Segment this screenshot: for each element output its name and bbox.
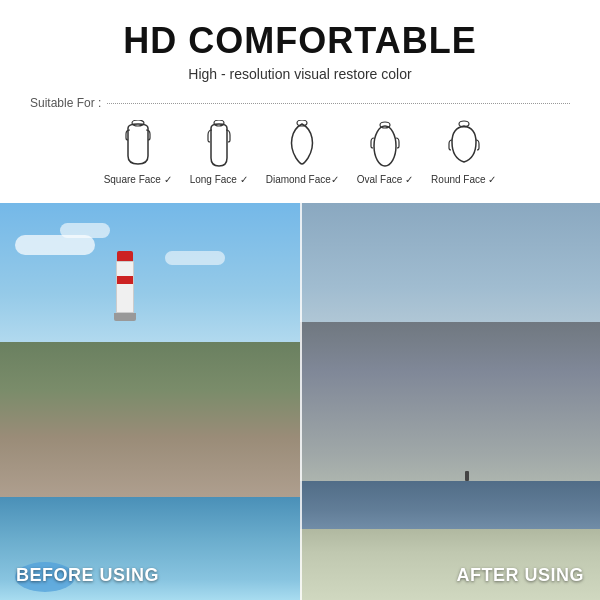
rocks-right <box>300 322 600 489</box>
long-face-label: Long Face ✓ <box>190 174 248 185</box>
svg-point-4 <box>380 122 390 128</box>
svg-point-2 <box>297 120 307 126</box>
before-label: BEFORE USING <box>16 565 159 586</box>
suitable-row: Suitable For : <box>30 96 570 110</box>
comparison-divider <box>300 203 302 600</box>
svg-point-0 <box>132 120 144 126</box>
cloud-2 <box>60 223 110 238</box>
rocks-terrain-left <box>0 342 300 501</box>
before-image: BEFORE USING <box>0 203 300 600</box>
diamond-face-label: Diamond Face✓ <box>266 174 339 185</box>
square-face-label: Square Face ✓ <box>104 174 172 185</box>
svg-point-1 <box>214 120 224 126</box>
square-face-icon <box>118 120 158 170</box>
cloud-3 <box>165 251 225 265</box>
suitable-label: Suitable For : <box>30 96 101 110</box>
after-label: AFTER USING <box>456 565 584 586</box>
face-types-row: Square Face ✓ Long Face ✓ Diamond Face <box>30 120 570 193</box>
sky-right <box>300 203 600 342</box>
oval-face-icon <box>365 120 405 170</box>
diamond-face-icon <box>282 120 322 170</box>
long-face-icon <box>199 120 239 170</box>
round-face-label: Round Face ✓ <box>431 174 496 185</box>
figure-silhouette <box>465 471 469 481</box>
svg-point-3 <box>374 126 396 166</box>
after-image: AFTER USING <box>300 203 600 600</box>
top-section: HD COMFORTABLE High - resolution visual … <box>0 0 600 203</box>
subtitle: High - resolution visual restore color <box>30 66 570 82</box>
water-right <box>300 481 600 529</box>
sky-left <box>0 203 300 354</box>
face-item-long: Long Face ✓ <box>190 120 248 185</box>
main-title: HD COMFORTABLE <box>30 20 570 62</box>
face-item-round: Round Face ✓ <box>431 120 496 185</box>
face-item-oval: Oval Face ✓ <box>357 120 413 185</box>
round-face-icon <box>444 120 484 170</box>
face-item-diamond: Diamond Face✓ <box>266 120 339 185</box>
dotted-divider <box>107 103 570 104</box>
image-comparison-section: BEFORE USING AFTER USING <box>0 203 600 600</box>
oval-face-label: Oval Face ✓ <box>357 174 413 185</box>
face-item-square: Square Face ✓ <box>104 120 172 185</box>
lighthouse-structure <box>114 251 136 321</box>
page-container: HD COMFORTABLE High - resolution visual … <box>0 0 600 600</box>
